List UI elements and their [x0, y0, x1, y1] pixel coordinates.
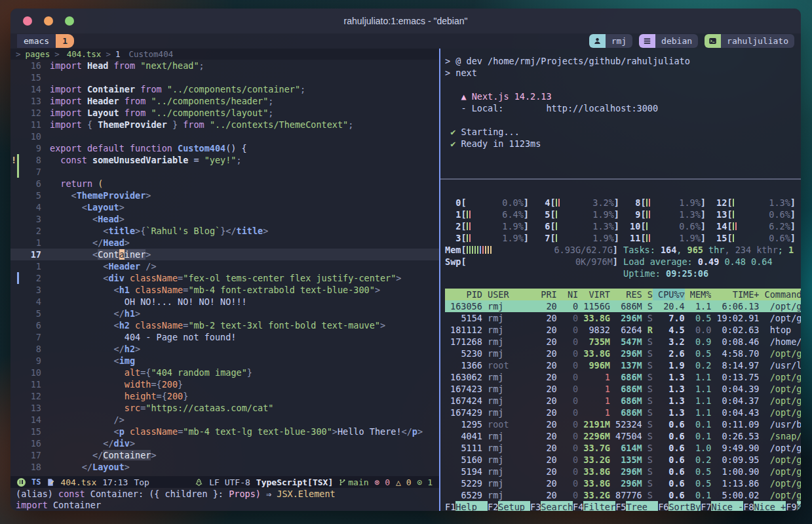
process-row[interactable]: 4041rmj2002296M47504S0.60.10:26.53 /snap… [445, 430, 801, 442]
column-header-command[interactable]: Command [765, 289, 801, 300]
code-line[interactable]: 16 </div> [10, 437, 439, 449]
code-line[interactable]: 12import Layout from "../components/layo… [10, 107, 439, 119]
process-row[interactable]: 6529rmj20033.2G87776S0.60.15:00.02 /opt/… [445, 489, 801, 501]
fkey-action-ki[interactable]: Ki [797, 501, 801, 511]
code-line[interactable]: 17 <Container> [10, 249, 439, 260]
nextjs-dev-terminal-pane[interactable]: > @ dev /home/rmj/Projects/github/rahulj… [440, 49, 801, 178]
fkey-action-search[interactable]: Search [541, 501, 573, 511]
code-line-text: </h2> [50, 343, 439, 355]
code-line-text: height={200} [50, 390, 439, 402]
modeline-filename[interactable]: 404.tsx [60, 477, 96, 487]
column-header-time[interactable]: TIME+ [711, 289, 759, 300]
code-line[interactable]: 11import { ThemeProvider } from "../cont… [10, 119, 439, 131]
process-row[interactable]: 5194rmj20033.8G296MS0.60.51:00.90 /opt/g… [445, 466, 801, 477]
emacs-editor-pane[interactable]: > pages > 404.tsx > 1 Custom404 16import… [10, 49, 439, 511]
fkey-action-help[interactable]: Help [455, 501, 488, 511]
code-line[interactable]: 14import Container from "../components/c… [10, 83, 439, 95]
process-row[interactable]: 163056rmj2001156G686MS20.41.16:06.13 /op… [445, 300, 801, 312]
session-badge-label: rahuljuliato [721, 34, 794, 48]
process-row[interactable]: 1366root200996M137MS1.90.28:14.97 /usr/l… [445, 359, 801, 371]
warning-gutter-icon: ! [11, 154, 16, 166]
code-line[interactable]: 15 <p className="mb-4 text-lg text-blue-… [10, 426, 439, 437]
code-line[interactable]: 13import Header from "../components/head… [10, 95, 439, 107]
process-row[interactable]: 163062rmj2001156G686MS1.31.10:13.75 /opt… [445, 371, 801, 383]
process-row[interactable]: 167423rmj2001156G686MS1.31.10:04.39 /opt… [445, 383, 801, 395]
column-header-res[interactable]: RES [610, 289, 642, 300]
process-row[interactable]: 5154rmj20033.8G296MS7.00.519:02.91 /opt/… [445, 312, 801, 324]
tmux-session-name[interactable]: emacs [17, 34, 56, 48]
cpu-meter-12: 12[1.3%] [711, 197, 796, 209]
process-row[interactable]: 5229rmj20033.8G296MS0.60.51:13.86 /opt/g… [445, 477, 801, 489]
minimize-window-button[interactable] [44, 16, 53, 26]
code-line[interactable]: 15 [10, 71, 439, 83]
code-line[interactable]: 12 height={200} [10, 390, 439, 402]
code-line[interactable]: !8 const someUnusedVariable = "yey!"; [10, 154, 439, 166]
code-line[interactable]: 1 </Head> [10, 237, 439, 249]
process-row[interactable]: 167429rmj2001156G686MS1.31.10:04.43 /opt… [445, 407, 801, 418]
column-header-pid[interactable]: PID [445, 289, 482, 300]
code-line[interactable]: 6 return ( [10, 178, 439, 190]
terminal-icon [705, 34, 721, 48]
code-line[interactable]: 13 src="https://cataas.com/cat" [10, 402, 439, 414]
maximize-window-button[interactable] [65, 16, 74, 26]
close-window-button[interactable] [23, 16, 32, 26]
cpu-meter-3: 3[1.9%] [445, 232, 529, 244]
code-line[interactable]: 7 404 - Page not found! [10, 331, 439, 343]
gutter-fringe [10, 213, 22, 225]
code-line[interactable]: 14 /> [10, 414, 439, 426]
code-line[interactable]: 5 </h1> [10, 308, 439, 319]
code-line[interactable]: 7 [10, 166, 439, 178]
note-count[interactable]: ⊙ 1 [417, 477, 433, 487]
line-number: 6 [22, 319, 50, 331]
code-line[interactable]: 4 <Layout> [10, 201, 439, 213]
process-row[interactable]: 181112rmj20098326264R4.50.00:02.63 htop [445, 324, 801, 336]
htop-pane[interactable]: 0[0.0%]4[3.2%]8[1.9%]12[1.3%]1[6.4%]5[1.… [440, 180, 801, 511]
warning-count[interactable]: △ 0 [396, 477, 411, 487]
fkey-action-sortby[interactable]: SortBy [668, 501, 701, 511]
code-line[interactable]: 8 </h2> [10, 343, 439, 355]
process-row[interactable]: 5230rmj20033.8G296MS2.60.54:58.70 /opt/g… [445, 348, 801, 359]
column-header-user[interactable]: USER [488, 289, 541, 300]
code-line[interactable]: 10 [10, 131, 439, 142]
code-line[interactable]: 9export default function Custom404() { [10, 142, 439, 154]
fkey-action-nice[interactable]: Nice - [711, 501, 743, 511]
tmux-window-index-badge[interactable]: 1 [56, 34, 74, 48]
git-branch[interactable]: main [339, 477, 368, 487]
process-row[interactable]: 5111rmj20033.7G614MS0.61.09:49.90 /opt/g… [445, 442, 801, 454]
code-line[interactable]: 2 <title>{`Rahul's Blog`}</title> [10, 225, 439, 237]
code-line[interactable]: 17 </Container> [10, 449, 439, 461]
column-header-pri[interactable]: PRI [541, 289, 556, 300]
code-buffer[interactable]: 16import Head from "next/head";1514impor… [10, 60, 439, 476]
code-line[interactable]: 5 <ThemeProvider> [10, 190, 439, 201]
column-header-mem[interactable]: MEM% [685, 289, 712, 300]
process-row[interactable]: 5160rmj20033.2G135MS0.60.20:09.95 /opt/g… [445, 454, 801, 466]
major-mode[interactable]: TypeScript[TSX] [256, 477, 333, 487]
cpu-meter-4: 4[3.2%] [534, 197, 619, 209]
code-line[interactable]: 11 width={200} [10, 378, 439, 390]
code-line[interactable]: 6 <h2 className="mb-2 text-3xl font-bold… [10, 319, 439, 331]
error-count[interactable]: ⊗ 0 [375, 477, 390, 487]
column-header-s[interactable]: S [642, 289, 653, 300]
code-line[interactable]: 16import Head from "next/head"; [10, 60, 439, 71]
process-table-header[interactable]: PIDUSERPRINIVIRTRESSCPU%▽MEM%TIME+Comman… [445, 289, 801, 300]
code-line[interactable]: 2 <div className="fex-ol tems-center fle… [10, 272, 439, 284]
code-line[interactable]: 1 <Header /> [10, 260, 439, 272]
code-line[interactable]: 18 </Layout> [10, 461, 439, 473]
process-row[interactable]: 1295root2002191M52324S0.60.10:11.09 /usr… [445, 418, 801, 430]
process-row[interactable]: 171268rmj200735M547MS3.20.90:08.46 /home… [445, 336, 801, 348]
code-line[interactable]: 10 alt={"404 random image"} [10, 367, 439, 378]
fkey-action-filter[interactable]: Filter [583, 501, 615, 511]
code-line[interactable]: 3 <Head> [10, 213, 439, 225]
code-line[interactable]: 3 <h1 className="mb-4 font-extrabold tex… [10, 284, 439, 296]
column-header-ni[interactable]: NI [557, 289, 579, 300]
fkey-action-setup[interactable]: Setup [498, 501, 530, 511]
code-line-text: <Header /> [50, 260, 439, 272]
code-line[interactable]: 9 <img [10, 355, 439, 367]
cpu-meter-7: 7[1.9%] [534, 232, 619, 244]
column-header-virt[interactable]: VIRT [578, 289, 610, 300]
fkey-action-tree[interactable]: Tree [626, 501, 658, 511]
column-header-cpu[interactable]: CPU%▽ [653, 289, 685, 300]
fkey-action-nice[interactable]: Nice + [754, 501, 786, 511]
process-row[interactable]: 167424rmj2001156G686MS1.31.10:04.37 /opt… [445, 395, 801, 407]
code-line[interactable]: 4 OH NO!... NO! NO! NO!!! [10, 296, 439, 308]
